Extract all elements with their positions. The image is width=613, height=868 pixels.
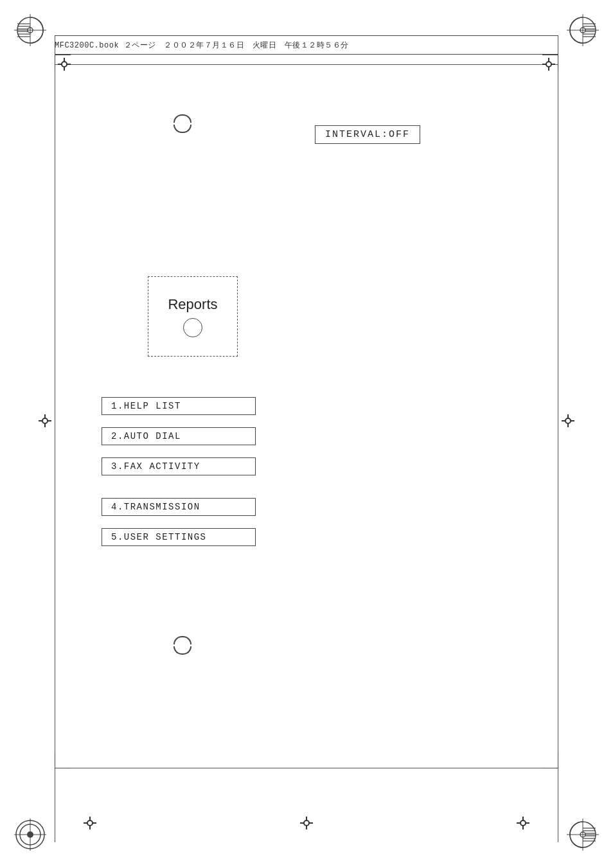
header-bar: MFC3200C.book ２ページ ２００２年７月１６日 火曜日 午後１２時５… (55, 35, 558, 55)
menu-item-4: 4.TRANSMISSION (102, 498, 256, 516)
corner-mark-br (567, 819, 599, 854)
border-line-right (558, 35, 558, 842)
phone-icon-bottom (173, 636, 191, 655)
reg-mark-left (35, 411, 55, 430)
phone-bottom-top-shape (173, 636, 191, 644)
hline-bottom (55, 768, 558, 768)
inner-corner-bl (55, 752, 71, 768)
hline-top (55, 64, 558, 65)
phone-bottom-bottom-shape (173, 646, 191, 655)
reports-box: Reports (148, 276, 238, 357)
reg-mark-inner-tl (55, 55, 74, 74)
menu-item-3: 3.FAX ACTIVITY (102, 457, 256, 475)
menu-item-5: 5.USER SETTINGS (102, 528, 256, 546)
inner-corner-br (542, 752, 558, 768)
corner-mark-tl (14, 14, 46, 49)
reports-label: Reports (168, 296, 217, 313)
header-text: MFC3200C.book ２ページ ２００２年７月１６日 火曜日 午後１２時５… (55, 40, 349, 51)
phone-top-shape (173, 114, 191, 123)
menu-item-2: 2.AUTO DIAL (102, 427, 256, 445)
corner-mark-bl (14, 819, 46, 854)
reg-mark-inner-tr (539, 55, 558, 74)
phone-bottom-shape (173, 125, 191, 133)
menu-item-1: 1.HELP LIST (102, 397, 256, 415)
reg-mark-bot-center (297, 813, 316, 833)
interval-display: INTERVAL:OFF (315, 125, 420, 144)
phone-icon-top (173, 114, 191, 133)
corner-mark-tr (567, 14, 599, 49)
reg-mark-bot-right (513, 813, 533, 833)
reg-mark-bot-left (80, 813, 100, 833)
reports-circle (183, 318, 202, 337)
border-line-left (55, 35, 55, 842)
reg-mark-right (558, 411, 578, 430)
